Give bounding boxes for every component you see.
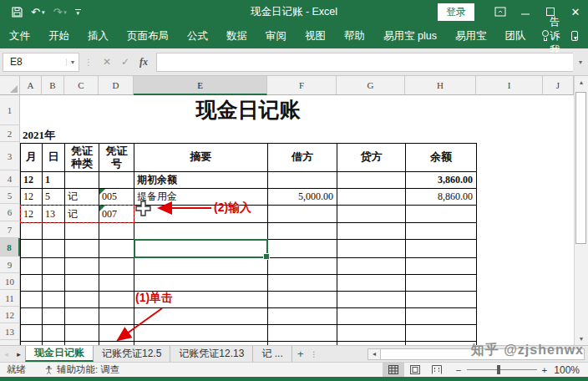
cell[interactable]	[65, 258, 99, 275]
column-header-G[interactable]: G	[337, 76, 405, 95]
ribbon-tab-5[interactable]: 公式	[178, 23, 217, 48]
cell[interactable]	[268, 172, 337, 189]
new-sheet-icon[interactable]: +	[292, 346, 309, 362]
ribbon-tab-2[interactable]: 开始	[39, 23, 79, 48]
horizontal-scroll-track[interactable]	[380, 348, 585, 360]
cell[interactable]	[337, 308, 406, 325]
cell[interactable]	[21, 240, 43, 258]
cell[interactable]	[65, 223, 99, 240]
horizontal-scrollbar[interactable]: ◂	[368, 346, 585, 362]
cell[interactable]	[43, 240, 65, 258]
row-header-5[interactable]: 5	[0, 187, 20, 204]
cell[interactable]	[21, 292, 43, 308]
cell[interactable]	[268, 308, 337, 325]
cell[interactable]: 记	[65, 189, 99, 206]
cell[interactable]	[406, 240, 477, 258]
scroll-down-icon[interactable]: ▼	[575, 333, 588, 345]
zoom-track[interactable]	[467, 365, 537, 374]
row-header-10[interactable]: 10	[0, 273, 20, 290]
save-icon[interactable]	[12, 7, 23, 18]
cell[interactable]	[21, 275, 43, 292]
sheet-tab-4[interactable]: 记 ...	[253, 346, 291, 362]
customize-qat-icon[interactable]: ▾	[75, 9, 81, 14]
select-all-corner[interactable]	[0, 76, 20, 95]
cell[interactable]	[65, 325, 99, 342]
tab-splitter-icon[interactable]: ⋮	[309, 346, 319, 362]
cell[interactable]	[43, 308, 65, 325]
cell[interactable]	[99, 223, 134, 240]
cell[interactable]: 12	[21, 189, 43, 206]
ribbon-tab-1[interactable]: 文件	[0, 23, 39, 48]
cancel-icon[interactable]: ✕	[98, 56, 116, 68]
column-header-F[interactable]: F	[267, 76, 337, 95]
vertical-scroll-thumb[interactable]	[575, 92, 586, 244]
normal-view-icon[interactable]	[383, 363, 404, 377]
row-header-4[interactable]: 4	[0, 170, 20, 187]
cell[interactable]	[99, 240, 134, 258]
cell[interactable]	[65, 292, 99, 308]
sheet-tab-1[interactable]: 现金日记账	[25, 346, 94, 362]
cell[interactable]	[65, 240, 99, 258]
cell[interactable]	[134, 325, 268, 342]
cell[interactable]	[337, 206, 406, 223]
cell[interactable]	[99, 172, 134, 189]
ribbon-tab-4[interactable]: 页面布局	[118, 23, 178, 48]
cell[interactable]	[337, 189, 406, 206]
cell[interactable]	[21, 223, 43, 240]
zoom-in-icon[interactable]: +	[542, 365, 548, 375]
cell[interactable]	[134, 223, 268, 240]
cell[interactable]	[99, 292, 134, 308]
accessibility-status[interactable]: 辅助功能: 调查	[44, 363, 119, 376]
ribbon-display-options-icon[interactable]	[488, 0, 513, 23]
cell[interactable]: 5,000.00	[268, 189, 337, 206]
cell[interactable]	[99, 275, 134, 292]
ribbon-tab-9[interactable]: 帮助	[335, 23, 374, 48]
cell[interactable]	[268, 240, 337, 258]
cell[interactable]	[268, 292, 337, 308]
cell[interactable]	[268, 258, 337, 275]
column-header-B[interactable]: B	[42, 76, 64, 95]
column-header-E[interactable]: E	[134, 76, 267, 95]
cell[interactable]: 1	[43, 172, 65, 189]
cell[interactable]	[43, 325, 65, 342]
cell[interactable]	[134, 258, 268, 275]
row-header-2[interactable]: 2	[0, 125, 20, 142]
cell[interactable]	[99, 325, 134, 342]
cell[interactable]	[134, 292, 268, 308]
column-header-A[interactable]: A	[20, 76, 42, 95]
zoom-thumb[interactable]	[497, 365, 500, 374]
vertical-scrollbar[interactable]: ▲ ▼	[574, 76, 588, 345]
row-header-11[interactable]: 11	[0, 290, 20, 307]
scroll-up-icon[interactable]: ▲	[575, 76, 588, 89]
zoom-slider[interactable]: − +	[456, 365, 547, 375]
sheet-nav-left-icon[interactable]: ◂	[0, 346, 13, 362]
cell[interactable]	[406, 206, 477, 223]
cell[interactable]	[337, 275, 406, 292]
column-header-D[interactable]: D	[99, 76, 134, 95]
cell[interactable]: 3,860.00	[406, 172, 477, 189]
active-cell-selection[interactable]	[134, 239, 268, 258]
row-header-8[interactable]: 8	[0, 238, 20, 257]
formula-input[interactable]	[156, 53, 573, 72]
cell[interactable]	[21, 258, 43, 275]
cell[interactable]	[406, 223, 477, 240]
cell[interactable]	[268, 223, 337, 240]
tell-me[interactable]: 告诉我	[535, 15, 571, 58]
cell[interactable]	[406, 275, 477, 292]
cell[interactable]	[134, 308, 268, 325]
cell[interactable]	[337, 172, 406, 189]
name-box-dropdown-icon[interactable]: ▾	[66, 58, 79, 66]
cell[interactable]: 5	[43, 189, 65, 206]
ribbon-tab-12[interactable]: 团队	[495, 23, 535, 48]
cell[interactable]	[337, 240, 406, 258]
cell[interactable]	[99, 308, 134, 325]
cell[interactable]	[65, 275, 99, 292]
cell[interactable]	[337, 292, 406, 308]
row-header-6[interactable]: 6	[0, 204, 20, 221]
row-header-12[interactable]: 12	[0, 307, 20, 323]
page-break-view-icon[interactable]	[426, 363, 448, 377]
sign-in-button[interactable]: 登录	[438, 3, 474, 21]
row-header-7[interactable]: 7	[0, 221, 20, 238]
ribbon-tab-7[interactable]: 审阅	[256, 23, 296, 48]
cell[interactable]	[43, 292, 65, 308]
